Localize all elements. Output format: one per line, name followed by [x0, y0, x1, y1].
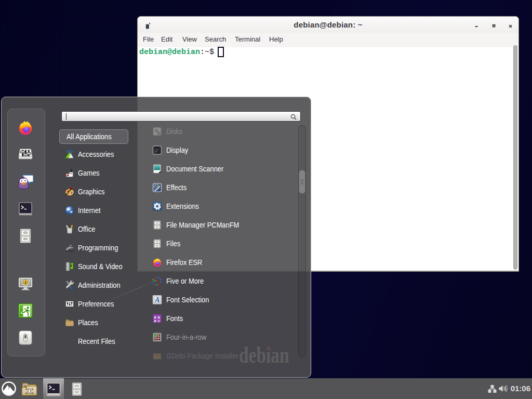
svg-text:a: a: [158, 318, 160, 323]
svg-text:A: A: [154, 296, 159, 304]
svg-text:a: a: [154, 318, 156, 323]
